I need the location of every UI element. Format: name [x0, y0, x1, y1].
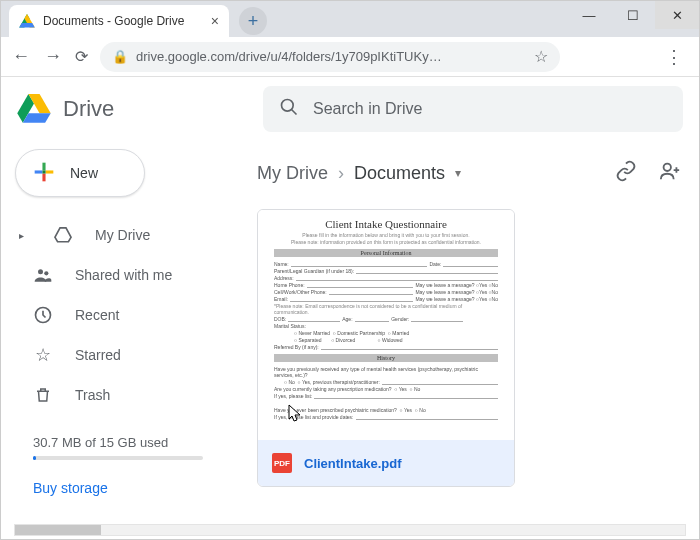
preview-section: History — [274, 354, 498, 362]
browser-tab[interactable]: Documents - Google Drive × — [9, 5, 229, 37]
search-input[interactable]: Search in Drive — [263, 86, 683, 132]
file-grid: Client Intake Questionnaire Please fill … — [257, 195, 681, 487]
sidebar-item-label: Shared with me — [75, 267, 172, 283]
bookmark-star-icon[interactable]: ☆ — [534, 47, 548, 66]
drive-logo-icon — [17, 94, 51, 124]
main-area: My Drive › Documents ▾ — [251, 141, 699, 539]
breadcrumb-current[interactable]: Documents — [354, 163, 445, 184]
search-placeholder: Search in Drive — [313, 100, 422, 118]
address-bar: ← → ⟳ 🔒 drive.google.com/drive/u/4/folde… — [1, 37, 699, 77]
search-icon — [279, 97, 299, 121]
chevron-right-icon: › — [338, 163, 344, 184]
chevron-down-icon[interactable]: ▾ — [455, 166, 461, 180]
sidebar-item-label: Trash — [75, 387, 110, 403]
drive-body: New ▸ My Drive Shared with me — [1, 141, 699, 539]
file-thumbnail: Client Intake Questionnaire Please fill … — [258, 210, 514, 440]
minimize-button[interactable]: — — [567, 1, 611, 29]
forward-button[interactable]: → — [43, 46, 63, 67]
get-link-icon[interactable] — [615, 160, 637, 187]
file-caption-bar: PDF ClientIntake.pdf — [258, 440, 514, 486]
svg-point-3 — [282, 100, 294, 112]
drive-favicon-icon — [19, 14, 35, 28]
sidebar-item-shared[interactable]: Shared with me — [11, 255, 243, 295]
new-tab-button[interactable]: + — [239, 7, 267, 35]
window-controls: — ☐ ✕ — [567, 1, 699, 29]
drive-header: Drive Search in Drive — [1, 77, 699, 141]
breadcrumb: My Drive › Documents ▾ — [257, 151, 681, 195]
expand-chevron-icon[interactable]: ▸ — [19, 230, 29, 241]
horizontal-scrollbar[interactable] — [14, 524, 686, 536]
file-card[interactable]: Client Intake Questionnaire Please fill … — [257, 209, 515, 487]
buy-storage-link[interactable]: Buy storage — [11, 480, 243, 496]
starred-icon: ☆ — [33, 345, 53, 365]
back-button[interactable]: ← — [11, 46, 31, 67]
omnibox[interactable]: 🔒 drive.google.com/drive/u/4/folders/1y7… — [100, 42, 560, 72]
my-drive-icon — [53, 225, 73, 245]
lock-icon: 🔒 — [112, 49, 128, 64]
sidebar-item-recent[interactable]: Recent — [11, 295, 243, 335]
pdf-icon: PDF — [272, 453, 292, 473]
url-text: drive.google.com/drive/u/4/folders/1y709… — [136, 49, 526, 64]
new-button-label: New — [70, 165, 98, 181]
storage-text: 30.7 MB of 15 GB used — [33, 435, 168, 450]
plus-icon — [30, 158, 58, 189]
shared-icon — [33, 265, 53, 285]
close-window-button[interactable]: ✕ — [655, 1, 699, 29]
folder-toolbar — [615, 160, 681, 187]
sidebar-item-label: Recent — [75, 307, 119, 323]
reload-button[interactable]: ⟳ — [75, 47, 88, 66]
preview-section: Personal Information — [274, 249, 498, 257]
storage-usage: 30.7 MB of 15 GB used — [11, 435, 243, 460]
sidebar-item-label: My Drive — [95, 227, 150, 243]
drive-product-name: Drive — [63, 96, 114, 122]
sidebar-item-starred[interactable]: ☆ Starred — [11, 335, 243, 375]
svg-rect-5 — [42, 170, 45, 173]
browser-window: Documents - Google Drive × + — ☐ ✕ ← → ⟳… — [0, 0, 700, 540]
svg-point-8 — [44, 271, 48, 275]
sidebar: New ▸ My Drive Shared with me — [1, 141, 251, 539]
trash-icon — [33, 385, 53, 405]
breadcrumb-root[interactable]: My Drive — [257, 163, 328, 184]
file-name: ClientIntake.pdf — [304, 456, 402, 471]
new-button[interactable]: New — [15, 149, 145, 197]
svg-point-10 — [664, 163, 671, 170]
storage-bar — [33, 456, 203, 460]
drive-app: Drive Search in Drive New — [1, 77, 699, 539]
svg-marker-6 — [55, 228, 71, 242]
maximize-button[interactable]: ☐ — [611, 1, 655, 29]
tab-title: Documents - Google Drive — [43, 14, 184, 28]
sidebar-item-label: Starred — [75, 347, 121, 363]
svg-line-4 — [292, 110, 297, 115]
tab-bar: Documents - Google Drive × + — ☐ ✕ — [1, 1, 699, 37]
close-tab-icon[interactable]: × — [211, 13, 219, 29]
add-people-icon[interactable] — [659, 160, 681, 187]
svg-point-7 — [38, 269, 43, 274]
preview-title: Client Intake Questionnaire — [274, 218, 498, 230]
sidebar-item-trash[interactable]: Trash — [11, 375, 243, 415]
recent-icon — [33, 305, 53, 325]
mouse-cursor-icon — [288, 404, 302, 428]
browser-menu-button[interactable]: ⋮ — [665, 46, 689, 68]
sidebar-item-my-drive[interactable]: ▸ My Drive — [11, 215, 243, 255]
